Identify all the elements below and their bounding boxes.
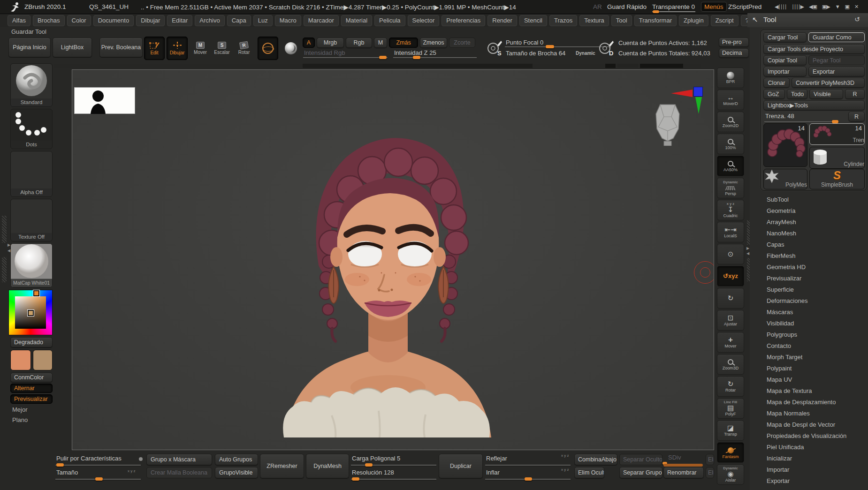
menu-tab[interactable]: Preferencias <box>442 15 485 26</box>
tool-section-header[interactable]: Exportar <box>767 475 846 487</box>
main-color-swatch[interactable] <box>10 350 31 370</box>
menu-tab[interactable]: Archivo <box>195 15 224 26</box>
shelf-button-moverd[interactable]: ↔ MoverD <box>717 90 744 110</box>
shelf-button-cuadric[interactable]: x y z ↧ Cuadric <box>717 200 744 220</box>
decimate-button[interactable]: Decima <box>719 48 749 58</box>
rename-button[interactable]: Renombrar <box>663 467 704 478</box>
rgb-intensity-track[interactable] <box>303 57 388 58</box>
inflate-slider[interactable]: Inflar <box>486 469 500 476</box>
active-tool-track[interactable] <box>764 121 838 122</box>
tool-section-header[interactable]: Contacto <box>767 340 846 352</box>
current-material-button[interactable] <box>281 37 301 60</box>
recent-tool-cylinder[interactable]: Cylinder3D <box>809 147 865 169</box>
inflate-handle[interactable] <box>525 477 532 481</box>
document-canvas[interactable] <box>72 69 714 450</box>
zcut-button[interactable]: Zcorte <box>449 38 475 48</box>
tool-section-header[interactable]: Geometría <box>767 205 846 217</box>
load-tool-button[interactable]: Cargar Tool <box>763 32 807 42</box>
shelf-button-aa50[interactable]: AA50% <box>717 156 744 176</box>
dynamesh-button[interactable]: DynaMesh <box>306 454 349 478</box>
menu-tab[interactable]: Tool <box>611 15 632 26</box>
size-handle[interactable] <box>95 477 103 481</box>
z-intensity-handle[interactable] <box>413 56 420 59</box>
load-tools-from-project-button[interactable]: Cargar Tools desde Proyecto <box>763 44 865 54</box>
delete-hidden-button[interactable]: Elim Ocult <box>574 467 604 478</box>
preview-boolean-button[interactable]: Prev. Booleana <box>99 38 143 57</box>
polish-track[interactable] <box>55 465 141 466</box>
dock-right-icon[interactable]: ▣▶ <box>822 4 830 10</box>
quick-save-button[interactable]: Guard Rápido <box>607 3 647 10</box>
zadd-button[interactable]: Zmás <box>389 38 418 48</box>
smooth-brush-icon[interactable]: S <box>486 38 503 58</box>
shelf-button-locals[interactable]: ⇤⇥ LocalS <box>717 222 744 242</box>
tray-left-icon[interactable]: ◀∣∣∣∣ <box>775 4 786 10</box>
clipped-button-bottom[interactable]: Eli <box>706 467 714 478</box>
tool-section-header[interactable]: Propiedades de Visualización <box>767 430 846 442</box>
menu-tab[interactable]: Zscript <box>711 15 739 26</box>
shelf-button-zoom2d[interactable]: Zoom2D <box>717 112 744 132</box>
group-visible-button[interactable]: GrupoVisible <box>215 467 258 478</box>
tool-section-header[interactable]: Geometria HD <box>767 262 846 273</box>
tool-section-header[interactable]: Polypaint <box>767 363 846 374</box>
rgb-intensity-slider[interactable]: Intensidad Rgb <box>304 49 345 56</box>
tool-section-header[interactable]: Polygroups <box>767 329 846 340</box>
all-button[interactable]: Todo <box>787 89 807 99</box>
left-tray-scrollbar[interactable] <box>2 216 7 243</box>
sdiv-bar[interactable] <box>663 464 703 467</box>
alpha-selector[interactable]: Alpha Off <box>10 151 53 197</box>
tool-section-header[interactable]: ArrayMesh <box>767 217 846 228</box>
menu-tab[interactable]: Alfas <box>8 15 30 26</box>
shelf-button-polyf[interactable]: Line Fill ▤ PolyF <box>717 398 744 419</box>
resolution-slider[interactable]: Resolución 128 <box>352 469 394 476</box>
focal-shift-slider[interactable]: Punto Focal 0 <box>506 39 543 46</box>
brush-selector[interactable]: Standard <box>10 63 53 107</box>
recent-tool-trenza[interactable]: 14 Trenza <box>809 123 865 145</box>
gradient-button[interactable]: Degradado <box>10 337 53 347</box>
shelf-button-persp[interactable]: Dynamic Persp <box>717 178 744 198</box>
recent-tool-polymesh3d[interactable]: PolyMesh3D <box>763 169 807 189</box>
focal-shift-handle[interactable] <box>546 45 554 48</box>
close-icon[interactable]: ✕ <box>854 4 858 10</box>
transparent-slider-handle[interactable] <box>653 10 659 13</box>
restore-icon[interactable]: ▣ <box>845 4 849 10</box>
menu-tab[interactable]: Transformar <box>634 15 677 26</box>
menu-tab[interactable]: Brochas <box>33 15 65 26</box>
tool-section-header[interactable]: Visibilidad <box>767 318 846 329</box>
tool-section-header[interactable]: Deformaciones <box>767 295 846 307</box>
rgb-intensity-handle[interactable] <box>379 56 387 59</box>
scale-button[interactable]: S Escalar <box>212 37 232 60</box>
shelf-button-mover[interactable]: + Mover <box>717 332 744 353</box>
tool-section-header[interactable]: Mapa Normales <box>767 408 846 419</box>
shelf-button-fantasm[interactable]: Fantasm <box>717 442 744 463</box>
tool-section-header[interactable]: Mapa UV <box>767 374 846 385</box>
auto-groups-button[interactable]: Auto Grupos <box>215 454 258 465</box>
home-page-button[interactable]: Página Inicio <box>8 38 51 57</box>
menu-tab[interactable]: Macro <box>275 15 301 26</box>
tool-section-header[interactable]: Mapa de Textura <box>767 385 846 397</box>
menu-tab[interactable]: Editar <box>167 15 192 26</box>
resolution-track[interactable] <box>351 479 436 480</box>
split-hidden-button[interactable]: Separar Oculto <box>619 454 662 465</box>
menu-tab[interactable]: Zplugin <box>679 15 708 26</box>
menu-tab[interactable]: Material <box>341 15 372 26</box>
menu-tab[interactable]: Documento <box>93 15 134 26</box>
draw-button[interactable]: Dibujar <box>167 37 188 60</box>
shelf-button-xyz[interactable]: ↺xyz <box>717 266 744 286</box>
camera-head-preview[interactable] <box>654 103 682 146</box>
rotate-button[interactable]: R Rotar <box>234 37 254 60</box>
shelf-button-aislar[interactable]: Dynamic ◉ Aislar <box>717 464 744 485</box>
z-intensity-track[interactable] <box>393 57 477 58</box>
document-name[interactable]: QS_3461_UH <box>89 3 129 10</box>
goz-button[interactable]: GoZ <box>763 89 785 99</box>
tool-section-header[interactable]: Mapa de Desplazamiento <box>767 397 846 408</box>
alpha-channel-button[interactable]: A <box>303 38 315 48</box>
split-group-button[interactable]: Separar Grupo <box>619 467 662 478</box>
active-tool-slider[interactable]: Trenza. 48 <box>765 113 794 120</box>
dynamic-brush-icon[interactable]: D <box>598 38 615 58</box>
document-thumbnail[interactable] <box>74 87 135 114</box>
save-as-button[interactable]: Guardar Como <box>808 32 865 42</box>
menu-tab[interactable]: Pelicula <box>374 15 405 26</box>
stroke-selector[interactable]: Dots <box>10 109 53 149</box>
draw-size-slider[interactable]: Tamaño de Brocha 64 <box>506 50 565 57</box>
menu-tab[interactable]: Luz <box>253 15 273 26</box>
